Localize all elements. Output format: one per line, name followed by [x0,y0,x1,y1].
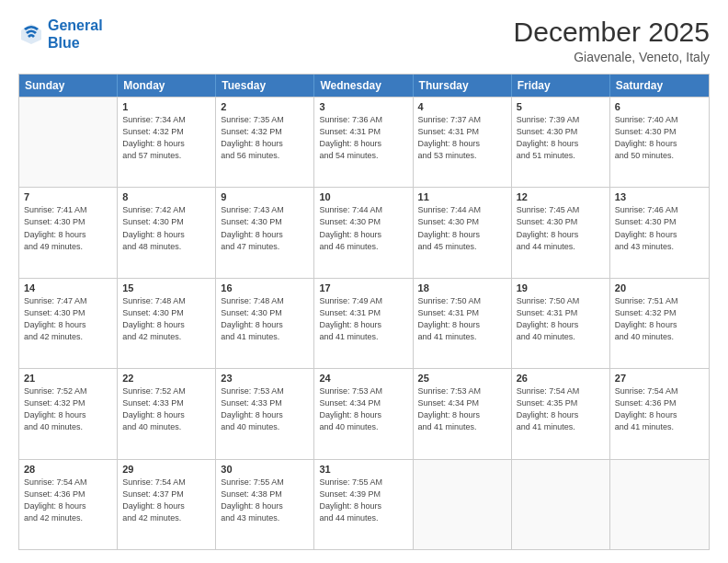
calendar-cell-2-3: 9Sunrise: 7:43 AM Sunset: 4:30 PM Daylig… [216,188,314,277]
day-info: Sunrise: 7:42 AM Sunset: 4:30 PM Dayligh… [122,204,210,252]
logo-icon [18,21,44,47]
day-info: Sunrise: 7:54 AM Sunset: 4:37 PM Dayligh… [122,477,210,524]
day-number: 4 [418,101,506,112]
logo: General Blue [18,17,103,52]
calendar-cell-5-6 [512,460,610,549]
day-info: Sunrise: 7:48 AM Sunset: 4:30 PM Dayligh… [122,295,210,343]
day-info: Sunrise: 7:53 AM Sunset: 4:33 PM Dayligh… [221,385,309,433]
day-number: 26 [517,373,605,384]
calendar-cell-2-1: 7Sunrise: 7:41 AM Sunset: 4:30 PM Daylig… [19,188,118,277]
day-number: 14 [24,282,112,293]
day-number: 20 [615,282,704,293]
logo-text: General Blue [48,17,103,52]
day-info: Sunrise: 7:53 AM Sunset: 4:34 PM Dayligh… [319,385,407,433]
day-number: 24 [319,373,407,384]
day-info: Sunrise: 7:52 AM Sunset: 4:32 PM Dayligh… [24,385,112,433]
day-number: 18 [418,282,506,293]
day-info: Sunrise: 7:50 AM Sunset: 4:31 PM Dayligh… [418,295,506,343]
calendar-cell-5-5 [414,460,512,549]
day-number: 6 [615,101,704,112]
calendar-cell-4-2: 22Sunrise: 7:52 AM Sunset: 4:33 PM Dayli… [118,369,216,458]
calendar-cell-3-1: 14Sunrise: 7:47 AM Sunset: 4:30 PM Dayli… [19,279,118,368]
day-info: Sunrise: 7:50 AM Sunset: 4:31 PM Dayligh… [517,295,605,343]
calendar-cell-3-2: 15Sunrise: 7:48 AM Sunset: 4:30 PM Dayli… [118,279,216,368]
day-number: 30 [221,464,309,475]
calendar-cell-2-2: 8Sunrise: 7:42 AM Sunset: 4:30 PM Daylig… [118,188,216,277]
day-info: Sunrise: 7:47 AM Sunset: 4:30 PM Dayligh… [24,295,112,343]
calendar-cell-2-7: 13Sunrise: 7:46 AM Sunset: 4:30 PM Dayli… [610,188,709,277]
day-info: Sunrise: 7:46 AM Sunset: 4:30 PM Dayligh… [615,204,704,252]
calendar-cell-3-4: 17Sunrise: 7:49 AM Sunset: 4:31 PM Dayli… [314,279,413,368]
day-number: 19 [517,282,605,293]
calendar-row-5: 28Sunrise: 7:54 AM Sunset: 4:36 PM Dayli… [19,459,709,549]
day-info: Sunrise: 7:55 AM Sunset: 4:39 PM Dayligh… [319,477,407,524]
calendar-cell-4-4: 24Sunrise: 7:53 AM Sunset: 4:34 PM Dayli… [314,369,413,458]
day-info: Sunrise: 7:36 AM Sunset: 4:31 PM Dayligh… [319,114,407,162]
calendar-cell-5-3: 30Sunrise: 7:55 AM Sunset: 4:38 PM Dayli… [216,460,314,549]
day-number: 5 [517,101,605,112]
calendar-row-1: 1Sunrise: 7:34 AM Sunset: 4:32 PM Daylig… [19,97,709,187]
calendar-cell-1-3: 2Sunrise: 7:35 AM Sunset: 4:32 PM Daylig… [216,98,314,187]
day-number: 3 [319,101,407,112]
day-info: Sunrise: 7:49 AM Sunset: 4:31 PM Dayligh… [319,295,407,343]
day-info: Sunrise: 7:54 AM Sunset: 4:35 PM Dayligh… [517,385,605,433]
calendar-cell-2-6: 12Sunrise: 7:45 AM Sunset: 4:30 PM Dayli… [512,188,610,277]
day-info: Sunrise: 7:51 AM Sunset: 4:32 PM Dayligh… [615,295,704,343]
day-number: 21 [24,373,112,384]
day-number: 2 [221,101,309,112]
day-number: 1 [122,101,210,112]
day-number: 7 [24,191,112,202]
page: General Blue December 2025 Giavenale, Ve… [0,0,728,563]
calendar-cell-4-5: 25Sunrise: 7:53 AM Sunset: 4:34 PM Dayli… [414,369,512,458]
day-number: 25 [418,373,506,384]
calendar: SundayMondayTuesdayWednesdayThursdayFrid… [18,74,710,550]
calendar-cell-3-3: 16Sunrise: 7:48 AM Sunset: 4:30 PM Dayli… [216,279,314,368]
calendar-cell-1-6: 5Sunrise: 7:39 AM Sunset: 4:30 PM Daylig… [512,98,610,187]
calendar-cell-4-3: 23Sunrise: 7:53 AM Sunset: 4:33 PM Dayli… [216,369,314,458]
day-info: Sunrise: 7:34 AM Sunset: 4:32 PM Dayligh… [122,114,210,162]
day-number: 22 [122,373,210,384]
day-number: 17 [319,282,407,293]
day-info: Sunrise: 7:35 AM Sunset: 4:32 PM Dayligh… [221,114,309,162]
month-title: December 2025 [514,17,710,48]
day-number: 15 [122,282,210,293]
day-number: 11 [418,191,506,202]
day-info: Sunrise: 7:43 AM Sunset: 4:30 PM Dayligh… [221,204,309,252]
calendar-cell-5-1: 28Sunrise: 7:54 AM Sunset: 4:36 PM Dayli… [19,460,118,549]
day-info: Sunrise: 7:55 AM Sunset: 4:38 PM Dayligh… [221,477,309,524]
day-info: Sunrise: 7:45 AM Sunset: 4:30 PM Dayligh… [517,204,605,252]
day-number: 31 [319,464,407,475]
calendar-cell-2-5: 11Sunrise: 7:44 AM Sunset: 4:30 PM Dayli… [414,188,512,277]
calendar-cell-3-6: 19Sunrise: 7:50 AM Sunset: 4:31 PM Dayli… [512,279,610,368]
day-info: Sunrise: 7:40 AM Sunset: 4:30 PM Dayligh… [615,114,704,162]
calendar-row-4: 21Sunrise: 7:52 AM Sunset: 4:32 PM Dayli… [19,368,709,458]
calendar-cell-2-4: 10Sunrise: 7:44 AM Sunset: 4:30 PM Dayli… [314,188,413,277]
day-info: Sunrise: 7:54 AM Sunset: 4:36 PM Dayligh… [24,477,112,524]
calendar-cell-5-4: 31Sunrise: 7:55 AM Sunset: 4:39 PM Dayli… [314,460,413,549]
day-info: Sunrise: 7:54 AM Sunset: 4:36 PM Dayligh… [615,385,704,433]
calendar-header: SundayMondayTuesdayWednesdayThursdayFrid… [19,75,709,97]
day-info: Sunrise: 7:53 AM Sunset: 4:34 PM Dayligh… [418,385,506,433]
day-number: 16 [221,282,309,293]
title-block: December 2025 Giavenale, Veneto, Italy [514,17,710,64]
day-info: Sunrise: 7:48 AM Sunset: 4:30 PM Dayligh… [221,295,309,343]
day-info: Sunrise: 7:44 AM Sunset: 4:30 PM Dayligh… [418,204,506,252]
day-number: 23 [221,373,309,384]
day-number: 9 [221,191,309,202]
calendar-cell-5-2: 29Sunrise: 7:54 AM Sunset: 4:37 PM Dayli… [118,460,216,549]
weekday-header-saturday: Saturday [610,75,709,97]
calendar-body: 1Sunrise: 7:34 AM Sunset: 4:32 PM Daylig… [19,97,709,549]
calendar-cell-1-7: 6Sunrise: 7:40 AM Sunset: 4:30 PM Daylig… [610,98,709,187]
header: General Blue December 2025 Giavenale, Ve… [18,17,710,64]
weekday-header-monday: Monday [118,75,216,97]
location: Giavenale, Veneto, Italy [514,50,710,64]
calendar-cell-4-1: 21Sunrise: 7:52 AM Sunset: 4:32 PM Dayli… [19,369,118,458]
calendar-cell-1-5: 4Sunrise: 7:37 AM Sunset: 4:31 PM Daylig… [414,98,512,187]
day-info: Sunrise: 7:37 AM Sunset: 4:31 PM Dayligh… [418,114,506,162]
day-info: Sunrise: 7:41 AM Sunset: 4:30 PM Dayligh… [24,204,112,252]
calendar-cell-3-7: 20Sunrise: 7:51 AM Sunset: 4:32 PM Dayli… [610,279,709,368]
calendar-cell-4-6: 26Sunrise: 7:54 AM Sunset: 4:35 PM Dayli… [512,369,610,458]
weekday-header-friday: Friday [512,75,610,97]
day-number: 28 [24,464,112,475]
calendar-cell-1-4: 3Sunrise: 7:36 AM Sunset: 4:31 PM Daylig… [314,98,413,187]
